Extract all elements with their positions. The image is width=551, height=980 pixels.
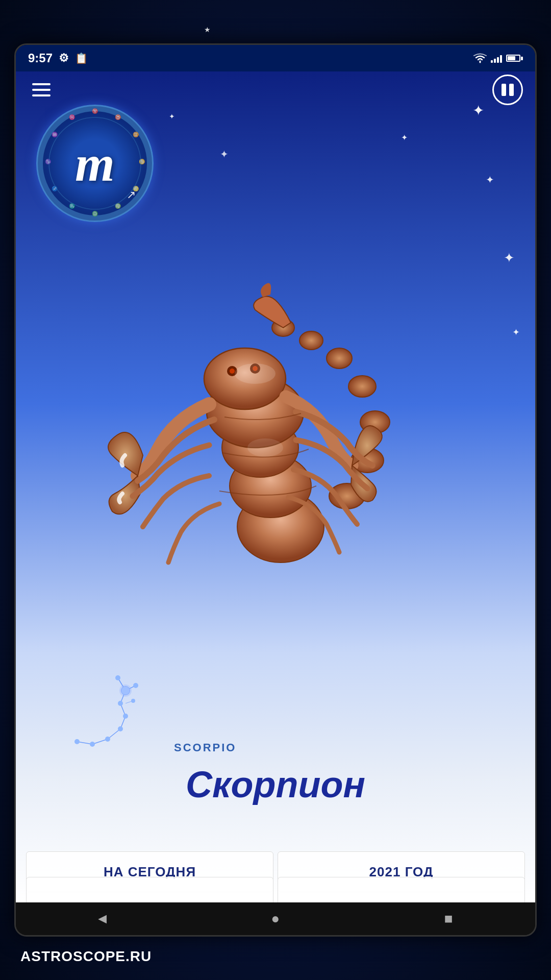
svg-point-50 bbox=[131, 699, 135, 703]
constellation bbox=[46, 663, 189, 754]
hamburger-line bbox=[32, 89, 51, 91]
hamburger-line bbox=[32, 83, 51, 85]
svg-text:♍: ♍ bbox=[115, 203, 121, 209]
more-buttons bbox=[16, 877, 535, 902]
status-right bbox=[473, 53, 523, 63]
svg-text:♊: ♊ bbox=[133, 131, 139, 138]
settings-icon: ⚙ bbox=[59, 52, 69, 65]
wifi-icon bbox=[473, 53, 487, 63]
svg-text:♈: ♈ bbox=[92, 108, 98, 114]
svg-text:♎: ♎ bbox=[92, 210, 98, 217]
time-display: 9:57 bbox=[28, 51, 53, 65]
sign-name: Скорпион bbox=[16, 764, 535, 805]
svg-point-43 bbox=[118, 701, 123, 706]
signal-icon bbox=[491, 54, 502, 63]
device-frame: 9:57 ⚙ 📋 bbox=[14, 43, 537, 937]
button-partial-2 bbox=[278, 877, 525, 902]
pause-icon bbox=[502, 84, 514, 96]
svg-point-18 bbox=[327, 348, 352, 369]
constellation-label: SCORPIO bbox=[174, 741, 236, 754]
watermark: ASTROSCOPE.RU bbox=[20, 948, 152, 965]
back-button[interactable]: ◄ bbox=[87, 903, 118, 934]
svg-point-44 bbox=[123, 714, 128, 719]
sim-icon: 📋 bbox=[75, 52, 88, 64]
svg-point-30 bbox=[235, 363, 276, 384]
svg-point-41 bbox=[115, 675, 120, 680]
button-partial-1 bbox=[26, 877, 273, 902]
recent-button[interactable]: ■ bbox=[433, 903, 464, 934]
status-left: 9:57 ⚙ 📋 bbox=[28, 51, 88, 65]
svg-text:♉: ♉ bbox=[115, 114, 121, 120]
svg-text:♓: ♓ bbox=[69, 114, 76, 120]
battery-icon bbox=[506, 55, 523, 62]
status-bar: 9:57 ⚙ 📋 bbox=[16, 45, 535, 71]
app-content: ✦ ✦ ✦ ✦ ✦ ✦ ✦ bbox=[16, 71, 535, 902]
pause-button[interactable] bbox=[492, 75, 523, 105]
svg-point-17 bbox=[348, 376, 376, 397]
svg-point-49 bbox=[133, 683, 138, 688]
zodiac-ring: ♈ ♉ ♊ ♋ ♌ ♍ ♎ ♏ ♐ ♑ ♒ ♓ bbox=[36, 105, 154, 222]
svg-point-52 bbox=[121, 687, 130, 695]
scorpio-symbol: m bbox=[75, 134, 115, 193]
menu-button[interactable] bbox=[28, 77, 55, 103]
svg-point-28 bbox=[230, 369, 235, 374]
svg-point-47 bbox=[90, 742, 95, 747]
svg-point-48 bbox=[74, 739, 80, 744]
svg-point-31 bbox=[247, 438, 283, 457]
svg-point-46 bbox=[105, 737, 110, 742]
svg-text:♋: ♋ bbox=[139, 158, 145, 165]
svg-point-19 bbox=[299, 331, 323, 350]
zodiac-circle: ♈ ♉ ♊ ♋ ♌ ♍ ♎ ♏ ♐ ♑ ♒ ♓ bbox=[36, 105, 154, 222]
svg-point-45 bbox=[118, 726, 123, 731]
home-button[interactable]: ● bbox=[260, 903, 291, 934]
hamburger-line bbox=[32, 94, 51, 96]
svg-text:♑: ♑ bbox=[45, 158, 52, 165]
nav-bar: ◄ ● ■ bbox=[16, 902, 535, 935]
top-bar bbox=[16, 71, 535, 108]
